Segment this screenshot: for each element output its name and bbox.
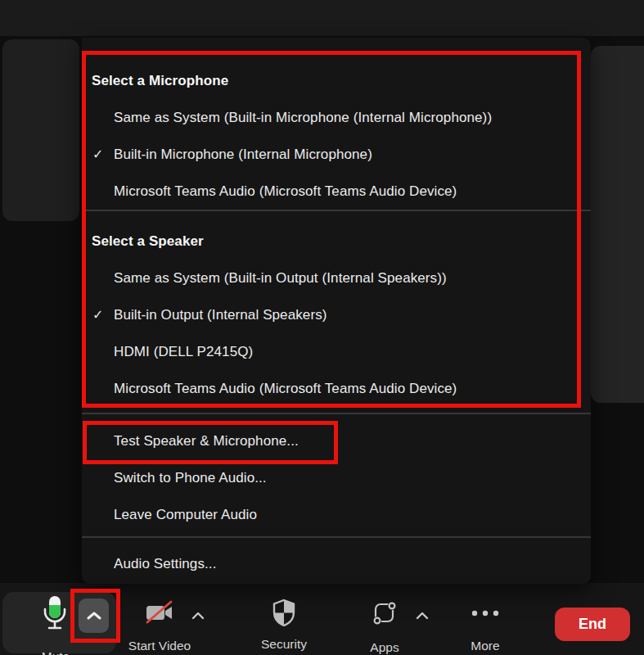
- more-dots-icon: [471, 609, 500, 617]
- start-video-label: Start Video: [128, 639, 191, 653]
- audio-options-menu: Select a Microphone Same as System (Buil…: [82, 38, 591, 584]
- audio-options-chevron-button[interactable]: [79, 599, 109, 633]
- apps-button[interactable]: Apps: [373, 602, 396, 625]
- microphone-icon: [38, 594, 71, 632]
- chevron-up-icon: [87, 612, 101, 620]
- security-button[interactable]: Security: [271, 599, 297, 626]
- end-label: End: [579, 616, 606, 633]
- apps-options-chevron-icon[interactable]: [416, 612, 429, 620]
- menu-item-speaker-same-as-system[interactable]: Same as System (Built-in Output (Interna…: [82, 260, 591, 296]
- more-label: More: [471, 639, 499, 653]
- menu-header-select-microphone: Select a Microphone: [82, 62, 591, 99]
- menu-divider: [82, 536, 591, 538]
- check-icon: ✓: [92, 147, 114, 162]
- menu-divider: [82, 210, 591, 211]
- meeting-background-strip: [0, 0, 644, 36]
- apps-icon: [373, 602, 396, 625]
- menu-item-audio-settings[interactable]: Audio Settings...: [82, 545, 591, 582]
- mute-label: Mute: [2, 649, 109, 655]
- apps-label: Apps: [370, 640, 399, 655]
- menu-item-speaker-hdmi[interactable]: HDMI (DELL P2415Q): [82, 333, 591, 370]
- shield-icon: [271, 599, 297, 626]
- menu-header-select-speaker: Select a Speaker: [82, 223, 591, 260]
- more-button[interactable]: More: [471, 606, 500, 614]
- menu-item-speaker-teams-audio[interactable]: Microsoft Teams Audio (Microsoft Teams A…: [82, 370, 591, 407]
- menu-divider: [82, 413, 591, 414]
- menu-item-mic-teams-audio[interactable]: Microsoft Teams Audio (Microsoft Teams A…: [82, 173, 591, 210]
- menu-item-mic-built-in[interactable]: ✓ Built-in Microphone (Internal Micropho…: [82, 136, 591, 173]
- end-meeting-button[interactable]: End: [555, 608, 630, 641]
- menu-item-test-speaker-microphone[interactable]: Test Speaker & Microphone...: [82, 422, 591, 459]
- menu-item-switch-phone-audio[interactable]: Switch to Phone Audio...: [82, 459, 591, 496]
- menu-item-speaker-built-in[interactable]: ✓ Built-in Output (Internal Speakers): [82, 296, 591, 333]
- check-icon: ✓: [92, 307, 114, 323]
- video-camera-off-icon: [144, 600, 175, 625]
- background-video-tile-left: [2, 39, 79, 221]
- start-video-button[interactable]: Start Video: [144, 600, 175, 625]
- video-options-chevron-icon[interactable]: [191, 612, 205, 620]
- security-label: Security: [261, 637, 307, 652]
- zoom-meeting-window: Select a Microphone Same as System (Buil…: [0, 0, 644, 655]
- menu-item-mic-same-as-system[interactable]: Same as System (Built-in Microphone (Int…: [82, 99, 591, 136]
- menu-item-leave-computer-audio[interactable]: Leave Computer Audio: [82, 496, 591, 533]
- background-video-tile-right: [591, 46, 644, 403]
